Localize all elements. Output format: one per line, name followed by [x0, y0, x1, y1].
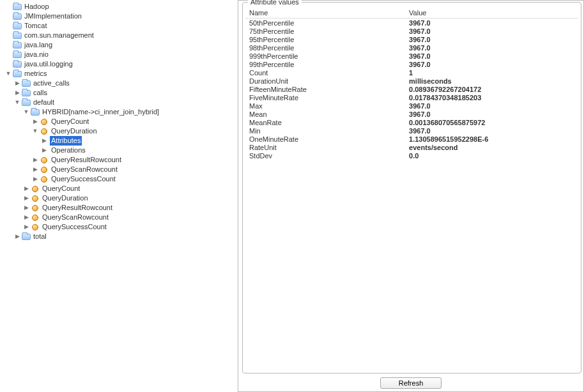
expand-toggle[interactable]: ▶: [32, 167, 38, 173]
tree-item[interactable]: ▶Hadoop: [5, 2, 238, 11]
tree-item[interactable]: ▶Tomcat: [5, 21, 238, 31]
attribute-row[interactable]: DurationUnitmilliseconds: [245, 77, 578, 85]
attribute-table-scroll[interactable]: Name Value 50thPercentile3967.075thPerce…: [245, 8, 578, 370]
attribute-row[interactable]: OneMinuteRate1.1305896515952298E-6: [245, 135, 578, 143]
tree-item-label[interactable]: total: [32, 232, 48, 241]
tree-item[interactable]: ▶QuerySuccessCount: [23, 222, 238, 232]
col-value[interactable]: Value: [405, 8, 578, 19]
folder-icon: [22, 90, 31, 96]
expand-toggle[interactable]: ▶: [14, 80, 20, 87]
tree-item[interactable]: ▼default: [14, 98, 238, 107]
attribute-row[interactable]: 98thPercentile3967.0: [245, 43, 578, 52]
bean-icon: [31, 185, 40, 193]
tree-item-label[interactable]: QueryResultRowcount: [50, 155, 123, 165]
attribute-row[interactable]: 99thPercentile3967.0: [245, 60, 578, 68]
col-name[interactable]: Name: [245, 8, 405, 19]
attribute-row[interactable]: RateUnitevents/second: [245, 143, 578, 151]
expand-toggle[interactable]: ▶: [32, 119, 38, 125]
expand-toggle[interactable]: ▶: [14, 90, 20, 96]
tree-item-label[interactable]: QuerySuccessCount: [41, 222, 108, 232]
tree-item[interactable]: ▶com.sun.management: [5, 31, 238, 40]
attribute-row[interactable]: MeanRate0.001368070565875972: [245, 118, 578, 126]
tree-item-label[interactable]: active_calls: [32, 79, 71, 88]
tree-item-label[interactable]: java.util.logging: [23, 59, 74, 69]
tree-item[interactable]: ▶QueryDuration: [23, 193, 238, 203]
tree-item[interactable]: ▶java.nio: [5, 50, 238, 59]
attribute-row[interactable]: Mean3967.0: [245, 110, 578, 118]
tree-item-label[interactable]: HYBRID[name->ci_inner_join_hybrid]: [41, 107, 160, 117]
collapse-toggle[interactable]: ▼: [23, 109, 29, 116]
tree-item-label[interactable]: com.sun.management: [23, 31, 95, 40]
expand-toggle[interactable]: ▶: [23, 195, 29, 202]
bean-icon: [40, 176, 49, 183]
attribute-name: Count: [245, 68, 405, 77]
tree-item-label[interactable]: QueryDuration: [50, 126, 98, 136]
refresh-button[interactable]: Refresh: [380, 377, 442, 389]
expand-toggle[interactable]: ▶: [23, 215, 29, 221]
expand-toggle[interactable]: ▶: [41, 138, 47, 144]
tree-item[interactable]: ▶active_calls: [14, 79, 238, 88]
tree-item[interactable]: ▶calls: [14, 88, 238, 98]
expand-toggle[interactable]: ▶: [23, 224, 29, 230]
tree-item-label[interactable]: Tomcat: [23, 21, 48, 31]
tree-item-label[interactable]: JMImplementation: [23, 11, 83, 21]
tree-item-label[interactable]: metrics: [23, 69, 48, 79]
attribute-value: milliseconds: [405, 77, 578, 85]
tree-item[interactable]: ▶QueryResultRowcount: [32, 155, 238, 165]
tree-item[interactable]: ▶java.util.logging: [5, 59, 238, 69]
tree-item[interactable]: ▼QueryDuration: [32, 126, 238, 136]
expand-toggle[interactable]: ▶: [23, 186, 29, 192]
tree-item-label[interactable]: java.lang: [23, 40, 54, 50]
bean-icon: [40, 128, 49, 135]
tree-item[interactable]: ▶QueryScanRowcount: [32, 165, 238, 174]
attribute-row[interactable]: 75thPercentile3967.0: [245, 27, 578, 35]
tree-item-label[interactable]: Hadoop: [23, 2, 50, 11]
tree-item-label[interactable]: QueryCount: [41, 184, 81, 193]
tree-item-label[interactable]: QuerySuccessCount: [50, 174, 117, 184]
attribute-row[interactable]: 999thPercentile3967.0: [245, 52, 578, 60]
expand-toggle[interactable]: ▶: [32, 157, 38, 163]
attribute-row[interactable]: FiveMinuteRate0.01784370348185203: [245, 93, 578, 102]
tree-item[interactable]: ▶QueryScanRowcount: [23, 213, 238, 222]
tree-item-label[interactable]: calls: [32, 88, 49, 98]
tree-item[interactable]: ▼HYBRID[name->ci_inner_join_hybrid]: [23, 107, 238, 117]
attribute-row[interactable]: 50thPercentile3967.0: [245, 19, 578, 27]
attribute-row[interactable]: StdDev0.0: [245, 151, 578, 160]
expand-toggle[interactable]: ▶: [14, 234, 20, 240]
attribute-row[interactable]: FifteenMinuteRate0.08936792267204172: [245, 85, 578, 93]
tree-item-label[interactable]: default: [32, 98, 56, 107]
folder-icon: [13, 13, 22, 20]
expand-toggle[interactable]: ▶: [32, 176, 38, 183]
attribute-table: Name Value 50thPercentile3967.075thPerce…: [245, 8, 578, 160]
tree-item[interactable]: ▼metrics: [5, 69, 238, 79]
collapse-toggle[interactable]: ▼: [14, 100, 20, 106]
attribute-row[interactable]: Max3967.0: [245, 102, 578, 110]
tree-item-label[interactable]: java.nio: [23, 50, 50, 59]
attribute-row[interactable]: Count1: [245, 68, 578, 77]
tree-item-label[interactable]: QueryDuration: [41, 193, 89, 203]
tree-item-label[interactable]: QueryScanRowcount: [50, 165, 119, 174]
tree-item-label[interactable]: QueryScanRowcount: [41, 213, 110, 222]
tree-item[interactable]: ▶QueryResultRowcount: [23, 203, 238, 213]
tree-item[interactable]: ▶Attributes: [41, 136, 238, 146]
mbean-tree-panel[interactable]: ▶Hadoop▶JMImplementation▶Tomcat▶com.sun.…: [0, 0, 238, 392]
expand-toggle[interactable]: ▶: [23, 205, 29, 211]
tree-item[interactable]: ▶QueryCount: [23, 184, 238, 193]
collapse-toggle[interactable]: ▼: [5, 71, 12, 77]
tree-item-label[interactable]: QueryResultRowcount: [41, 203, 114, 213]
collapse-toggle[interactable]: ▼: [32, 128, 38, 135]
expand-toggle[interactable]: ▶: [41, 147, 47, 154]
tree-item[interactable]: ▶java.lang: [5, 40, 238, 50]
tree-item-label[interactable]: QueryCount: [50, 117, 90, 126]
attribute-value: 3967.0: [405, 102, 578, 110]
tree-item[interactable]: ▶Operations: [41, 146, 238, 155]
tree-item[interactable]: ▶QueryCount: [32, 117, 238, 126]
tree-item[interactable]: ▶total: [14, 232, 238, 241]
tree-item-label[interactable]: Operations: [50, 146, 87, 155]
tree-item-label[interactable]: Attributes: [50, 136, 82, 146]
tree-item[interactable]: ▶JMImplementation: [5, 11, 238, 21]
attribute-row[interactable]: 95thPercentile3967.0: [245, 35, 578, 43]
attribute-row[interactable]: Min3967.0: [245, 126, 578, 135]
attribute-name: Mean: [245, 110, 405, 118]
tree-item[interactable]: ▶QuerySuccessCount: [32, 174, 238, 184]
